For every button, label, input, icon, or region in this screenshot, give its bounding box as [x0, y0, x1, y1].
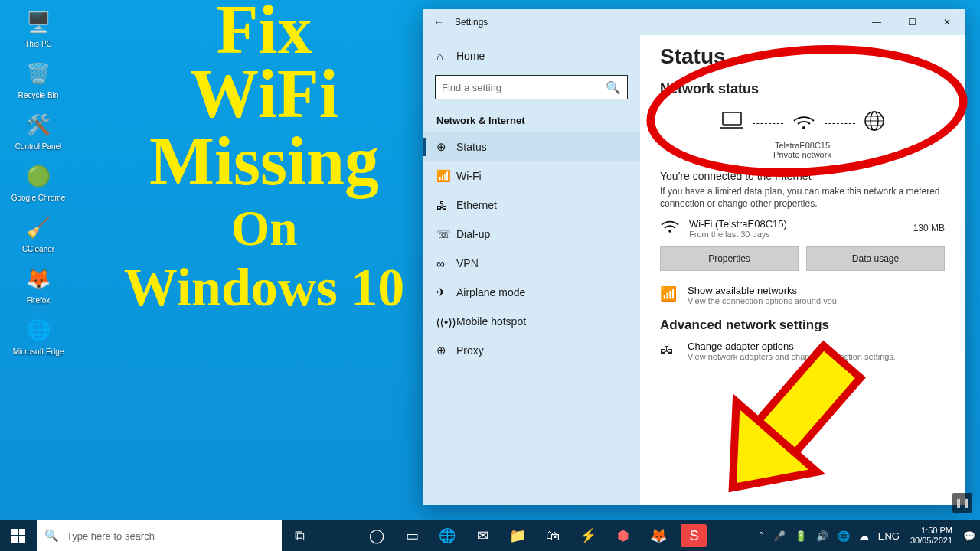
usage-size: 130 MB [913, 223, 945, 233]
dialup-icon: ☏ [436, 227, 456, 241]
wifi-icon [660, 217, 681, 239]
tray-language[interactable]: ENG [874, 530, 904, 542]
desktop-icon-ccleaner[interactable]: 🧹CCleaner [8, 211, 69, 253]
search-icon: 🔍 [44, 529, 59, 543]
svg-point-1 [802, 126, 805, 129]
desktop-icon-recycle-bin[interactable]: 🗑️Recycle Bin [8, 57, 69, 99]
firefox-icon[interactable]: 🦊 [641, 520, 676, 551]
tray-network-icon[interactable]: 🌐 [833, 530, 854, 542]
desktop-icon-google-chrome[interactable]: 🟢Google Chrome [8, 160, 69, 202]
sidebar-section-heading: Network & Internet [423, 106, 640, 132]
desktop-icon-firefox[interactable]: 🦊Firefox [8, 262, 69, 305]
window-title: Settings [455, 17, 488, 28]
page-title: Status [660, 44, 945, 69]
mail-icon[interactable]: ✉ [465, 520, 500, 551]
system-tray: ˄ 🎤 🔋 🔊 🌐 ☁ ENG 1:50 PM 30/05/2021 💬 [754, 520, 980, 551]
airplane-icon: ✈ [436, 285, 456, 299]
properties-button[interactable]: Properties [660, 246, 799, 271]
settings-window: ← Settings — ☐ ✕ ⌂ Home 🔍 Network & Inte… [423, 9, 965, 505]
desktop-icon-control-panel[interactable]: 🛠️Control Panel [8, 109, 69, 151]
firefox-icon: 🦊 [22, 262, 54, 295]
start-button[interactable] [0, 520, 37, 551]
minimize-button[interactable]: — [859, 9, 894, 35]
store-icon[interactable]: 🛍 [535, 520, 570, 551]
search-icon: 🔍 [606, 80, 621, 95]
maximize-button[interactable]: ☐ [894, 9, 929, 35]
settings-sidebar: ⌂ Home 🔍 Network & Internet ⊕Status📶Wi-F… [423, 35, 640, 505]
ccleaner-icon: 🧹 [22, 211, 54, 243]
network-diagram-label: TelstraE08C15 Private network [660, 141, 945, 159]
home-icon: ⌂ [436, 50, 456, 63]
vpn-icon: ∞ [436, 257, 456, 270]
sidebar-item-dialup[interactable]: ☏Dial-up [423, 220, 640, 249]
explorer-icon[interactable]: 📁 [500, 520, 535, 551]
tray-chevron-icon[interactable]: ˄ [754, 530, 769, 542]
sidebar-item-status[interactable]: ⊕Status [423, 132, 640, 161]
tray-onedrive-icon[interactable]: ☁ [854, 530, 874, 542]
task-view-button[interactable]: ⧉ [282, 520, 317, 551]
recycle-bin-icon: 🗑️ [22, 57, 54, 90]
connected-desc: If you have a limited data plan, you can… [660, 185, 945, 210]
sidebar-item-airplane[interactable]: ✈Airplane mode [423, 278, 640, 307]
close-button[interactable]: ✕ [929, 9, 965, 35]
taskbar: 🔍 Type here to search ⧉ ◯ ▭ 🌐 ✉ 📁 🛍 ⚡ ⬢ … [0, 520, 980, 551]
wifi-icon: 📶 [660, 285, 678, 302]
taskview-icon[interactable]: ▭ [394, 520, 430, 551]
overlay-title: Fix WiFi Missing On Windows 10 [111, 0, 417, 315]
ethernet-icon: 🖧 [436, 199, 456, 212]
control-panel-icon: 🛠️ [22, 109, 54, 141]
sidebar-item-ethernet[interactable]: 🖧Ethernet [423, 191, 640, 220]
section-heading: Network status [660, 81, 945, 97]
snagit-icon[interactable]: S [681, 524, 707, 547]
tray-notifications-icon[interactable]: 💬 [959, 530, 980, 542]
sidebar-item-vpn[interactable]: ∞VPN [423, 249, 640, 278]
proxy-icon: ⊕ [436, 344, 456, 357]
sidebar-home[interactable]: ⌂ Home [423, 41, 640, 70]
advanced-heading: Advanced network settings [660, 318, 945, 333]
cortana-icon[interactable]: ◯ [359, 520, 394, 551]
globe-icon [863, 109, 886, 138]
back-icon[interactable]: ← [433, 16, 450, 28]
this-pc-icon: 🖥️ [22, 6, 54, 38]
office-icon[interactable]: ⬢ [606, 520, 641, 551]
data-usage-button[interactable]: Data usage [806, 246, 945, 271]
tray-clock[interactable]: 1:50 PM 30/05/2021 [904, 526, 959, 545]
adapter-icon: 🖧 [660, 341, 678, 357]
search-input[interactable] [442, 82, 606, 93]
usage-row: Wi-Fi (TelstraE08C15) From the last 30 d… [660, 217, 945, 239]
desktop-icon-microsoft-edge[interactable]: 🌐Microsoft Edge [8, 314, 69, 356]
hotspot-icon: ((•)) [436, 315, 456, 328]
svg-rect-0 [723, 112, 741, 125]
settings-content: Status Network status TelstraE08C15 Priv… [640, 35, 965, 505]
search-input-wrap[interactable]: 🔍 [435, 75, 628, 99]
tray-mic-icon[interactable]: 🎤 [769, 530, 790, 542]
wifi-icon [791, 110, 817, 137]
show-networks-link[interactable]: 📶 Show available networks View the conne… [660, 285, 945, 305]
app-icon[interactable]: ⚡ [570, 520, 606, 551]
sidebar-item-wifi[interactable]: 📶Wi-Fi [423, 161, 640, 191]
desktop-icon-this-pc[interactable]: 🖥️This PC [8, 6, 69, 48]
edge-icon[interactable]: 🌐 [430, 520, 465, 551]
connected-title: You're connected to the Internet [660, 170, 945, 182]
laptop-icon [719, 110, 745, 137]
titlebar: ← Settings — ☐ ✕ [423, 9, 965, 35]
taskbar-search[interactable]: 🔍 Type here to search [37, 520, 282, 551]
pause-icon: ❚❚ [952, 493, 972, 513]
tray-battery-icon[interactable]: 🔋 [790, 530, 812, 542]
google-chrome-icon: 🟢 [22, 160, 54, 192]
svg-point-4 [668, 230, 671, 233]
status-icon: ⊕ [436, 140, 456, 154]
change-adapter-link[interactable]: 🖧 Change adapter options View network ad… [660, 341, 945, 361]
sidebar-item-proxy[interactable]: ⊕Proxy [423, 336, 640, 365]
windows-icon [11, 529, 25, 543]
tray-volume-icon[interactable]: 🔊 [812, 530, 833, 542]
network-diagram [660, 109, 945, 138]
sidebar-item-hotspot[interactable]: ((•))Mobile hotspot [423, 307, 640, 336]
wifi-icon: 📶 [436, 169, 456, 183]
microsoft-edge-icon: 🌐 [22, 314, 54, 346]
